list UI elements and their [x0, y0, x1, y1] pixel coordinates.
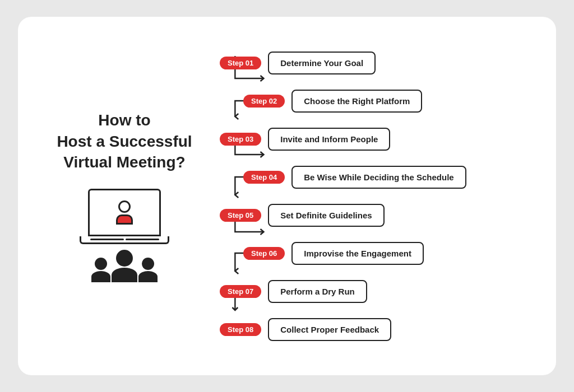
step-box: Perform a Dry Run: [268, 280, 367, 303]
laptop-screen: [88, 189, 161, 236]
step-row: Step 05Set Definite Guidelines: [214, 196, 534, 234]
step-badge: Step 04: [243, 171, 285, 184]
step-row: Step 06Improvise the Engagement: [214, 234, 534, 272]
step-box: Invite and Inform People: [268, 128, 390, 151]
step-row: Step 04Be Wise While Deciding the Schedu…: [214, 158, 534, 196]
step-box: Determine Your Goal: [268, 52, 376, 74]
step-box: Choose the Right Platform: [291, 90, 422, 113]
step-badge: Step 06: [243, 247, 285, 260]
step-row: Step 08Collect Proper Feedback: [214, 310, 534, 348]
laptop-base: [80, 236, 169, 244]
step-badge: Step 03: [220, 133, 261, 146]
step-badge: Step 02: [243, 95, 285, 108]
step-badge: Step 07: [220, 285, 261, 298]
audience-person-right: [138, 258, 158, 282]
step-box: Set Definite Guidelines: [268, 204, 384, 227]
step-box: Collect Proper Feedback: [268, 318, 391, 341]
step-badge: Step 01: [220, 57, 261, 69]
keyboard: [90, 239, 159, 240]
step-badge: Step 05: [220, 209, 261, 222]
step-box: Improvise the Engagement: [291, 242, 424, 265]
audience-person-left: [91, 258, 110, 282]
screen-head: [118, 200, 131, 213]
left-panel: How toHost a SuccessfulVirtual Meeting?: [40, 110, 209, 282]
step-row: Step 02Choose the Right Platform: [214, 82, 534, 120]
step-box: Be Wise While Deciding the Schedule: [291, 166, 466, 189]
steps-list: Step 01Determine Your GoalStep 02Choose …: [214, 44, 534, 348]
laptop-illustration: [80, 189, 169, 282]
steps-wrapper: Step 01Determine Your GoalStep 02Choose …: [214, 44, 534, 348]
step-badge: Step 08: [220, 323, 261, 336]
main-title: How toHost a SuccessfulVirtual Meeting?: [57, 110, 192, 173]
audience-person-center: [112, 250, 137, 282]
screen-person: [116, 200, 133, 225]
right-panel: Step 01Determine Your GoalStep 02Choose …: [209, 44, 534, 348]
step-row: Step 07Perform a Dry Run: [214, 272, 534, 310]
screen-body: [116, 214, 133, 225]
main-card: How toHost a SuccessfulVirtual Meeting?: [18, 17, 556, 375]
step-row: Step 03Invite and Inform People: [214, 120, 534, 158]
step-row: Step 01Determine Your Goal: [214, 44, 534, 82]
audience: [91, 250, 158, 282]
